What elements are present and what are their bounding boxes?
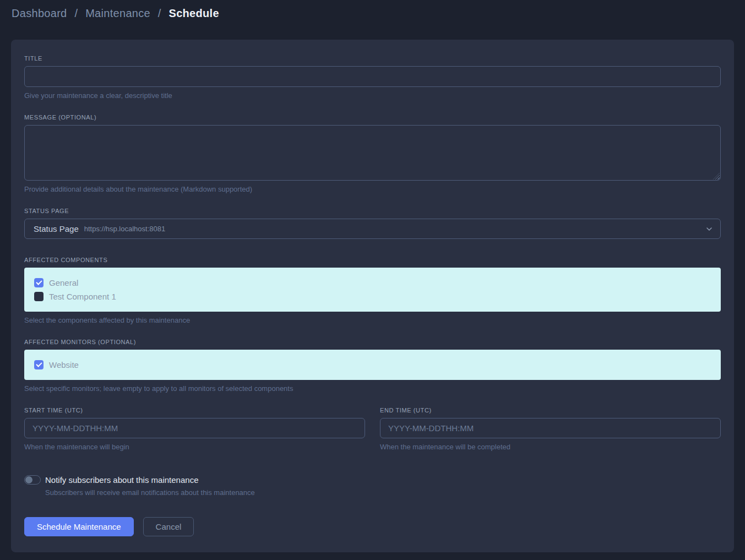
breadcrumb-dashboard[interactable]: Dashboard: [12, 7, 67, 19]
end-time-helper-text: When the maintenance will be completed: [380, 443, 721, 451]
start-time-helper-text: When the maintenance will begin: [24, 443, 365, 451]
title-helper-text: Give your maintenance a clear, descripti…: [24, 91, 721, 100]
schedule-maintenance-button[interactable]: Schedule Maintenance: [24, 517, 134, 536]
monitor-option-website[interactable]: Website: [34, 360, 711, 369]
breadcrumb: Dashboard / Maintenance / Schedule: [12, 7, 745, 20]
notify-group: Notify subscribers about this maintenanc…: [24, 475, 721, 497]
message-group: MESSAGE (OPTIONAL) Provide additional de…: [24, 114, 721, 193]
affected-components-box: General Test Component 1: [24, 268, 721, 312]
title-input[interactable]: [24, 66, 721, 87]
notify-subscribers-label: Notify subscribers about this maintenanc…: [45, 475, 198, 485]
affected-monitors-helper-text: Select specific monitors; leave empty to…: [24, 384, 721, 393]
component-option-general[interactable]: General: [34, 278, 711, 287]
affected-monitors-group: AFFECTED MONITORS (OPTIONAL) Website Sel…: [24, 339, 721, 393]
component-option-label: General: [49, 278, 78, 287]
affected-components-helper-text: Select the components affected by this m…: [24, 316, 721, 324]
title-group: TITLE Give your maintenance a clear, des…: [24, 55, 721, 100]
notify-helper-text: Subscribers will receive email notificat…: [45, 488, 721, 497]
breadcrumb-maintenance[interactable]: Maintenance: [85, 7, 150, 19]
chevron-down-icon: [706, 226, 713, 232]
breadcrumb-separator: /: [74, 7, 78, 19]
schedule-maintenance-form-card: TITLE Give your maintenance a clear, des…: [11, 40, 734, 552]
start-time-group: START TIME (UTC) When the maintenance wi…: [24, 407, 365, 451]
cancel-button[interactable]: Cancel: [143, 517, 194, 536]
status-page-group: STATUS PAGE Status Page https://hsp.loca…: [24, 208, 721, 239]
checkbox-general[interactable]: [34, 278, 43, 287]
end-time-input[interactable]: [380, 418, 721, 438]
monitor-option-label: Website: [49, 360, 79, 369]
start-time-input[interactable]: [24, 418, 365, 438]
top-bar: Dashboard / Maintenance / Schedule: [0, 0, 745, 29]
notify-subscribers-toggle[interactable]: [24, 475, 41, 485]
message-label: MESSAGE (OPTIONAL): [24, 114, 721, 121]
breadcrumb-separator: /: [158, 7, 161, 19]
toggle-knob: [25, 476, 32, 483]
status-page-label: STATUS PAGE: [24, 208, 721, 214]
title-label: TITLE: [24, 55, 721, 62]
status-page-selected-url: https://hsp.localhost:8081: [84, 225, 165, 233]
status-page-selected-name: Status Page: [34, 224, 79, 233]
affected-components-group: AFFECTED COMPONENTS General Test Compone…: [24, 257, 721, 324]
form-actions: Schedule Maintenance Cancel: [24, 517, 721, 536]
affected-monitors-box: Website: [24, 350, 721, 380]
end-time-group: END TIME (UTC) When the maintenance will…: [380, 407, 721, 451]
component-option-label: Test Component 1: [49, 292, 116, 301]
checkbox-website[interactable]: [34, 360, 43, 369]
status-page-select[interactable]: Status Page https://hsp.localhost:8081: [24, 219, 721, 239]
checkbox-test-component-1[interactable]: [34, 292, 43, 301]
time-row: START TIME (UTC) When the maintenance wi…: [24, 407, 721, 451]
affected-components-label: AFFECTED COMPONENTS: [24, 257, 721, 263]
message-helper-text: Provide additional details about the mai…: [24, 185, 721, 193]
breadcrumb-current-schedule: Schedule: [169, 7, 219, 19]
affected-monitors-label: AFFECTED MONITORS (OPTIONAL): [24, 339, 721, 345]
component-option-test-component-1[interactable]: Test Component 1: [34, 292, 711, 301]
message-textarea[interactable]: [24, 125, 721, 181]
start-time-label: START TIME (UTC): [24, 407, 365, 414]
end-time-label: END TIME (UTC): [380, 407, 721, 414]
